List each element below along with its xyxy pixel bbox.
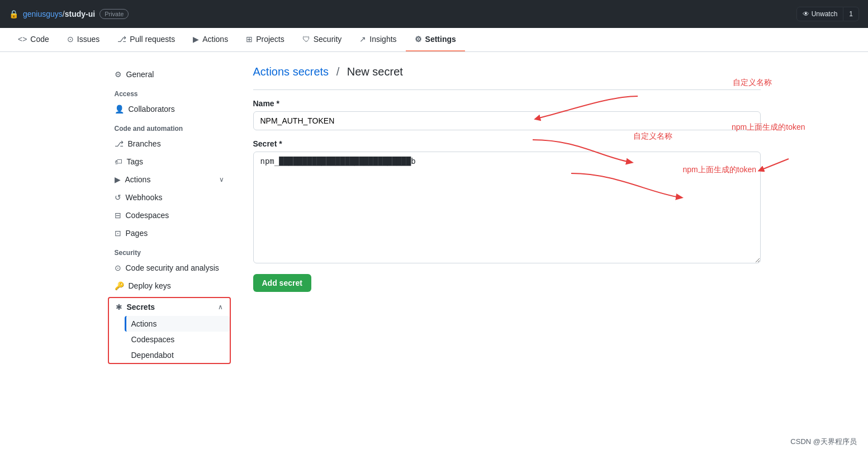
sidebar-section-code-automation: Code and automation bbox=[108, 118, 231, 135]
tab-settings-label: Settings bbox=[425, 35, 456, 44]
branch-icon: ⎇ bbox=[115, 139, 124, 148]
pr-icon: ⎇ bbox=[117, 35, 126, 44]
lock-icon: 🔒 bbox=[9, 10, 18, 18]
secrets-sub-codespaces[interactable]: Codespaces bbox=[125, 332, 230, 347]
collaborators-label: Collaborators bbox=[129, 105, 175, 114]
tag-icon: 🏷 bbox=[115, 157, 122, 166]
codespaces-label: Codespaces bbox=[126, 211, 169, 220]
sidebar-item-tags[interactable]: 🏷 Tags bbox=[108, 153, 231, 171]
sidebar-item-actions-row[interactable]: ▶ Actions ∨ bbox=[108, 171, 231, 188]
secret-textarea[interactable]: npm_████████████████████████████████ bbox=[253, 152, 761, 263]
annotation-1-label: 自定义名称 bbox=[733, 78, 772, 88]
private-badge: Private bbox=[99, 9, 129, 19]
tab-issues[interactable]: ⊙ Issues bbox=[58, 28, 108, 51]
projects-icon: ⊞ bbox=[246, 35, 253, 44]
issues-icon: ⊙ bbox=[67, 35, 74, 44]
breadcrumb-current: New secret bbox=[347, 65, 403, 78]
nav-tabs: <> Code ⊙ Issues ⎇ Pull requests ▶ Actio… bbox=[0, 28, 868, 52]
tab-projects[interactable]: ⊞ Projects bbox=[237, 28, 293, 51]
tab-projects-label: Projects bbox=[256, 35, 284, 44]
code-security-label: Code security and analysis bbox=[126, 263, 219, 272]
tab-code[interactable]: <> Code bbox=[9, 28, 58, 51]
watermark: CSDN @天界程序员 bbox=[790, 437, 857, 447]
sidebar-item-code-security[interactable]: ⊙ Code security and analysis bbox=[108, 259, 231, 277]
breadcrumb: Actions secrets / New secret bbox=[253, 65, 761, 78]
tab-pr-label: Pull requests bbox=[130, 35, 175, 44]
name-input[interactable] bbox=[253, 111, 761, 130]
secrets-label: Secrets bbox=[127, 303, 155, 311]
eye-icon: 👁 bbox=[803, 10, 809, 18]
tab-security-label: Security bbox=[314, 35, 342, 44]
repo-name: study-ui bbox=[65, 10, 95, 18]
key-icon: 🔑 bbox=[115, 281, 124, 290]
security-icon: 🛡 bbox=[302, 35, 310, 44]
actions-play-icon: ▶ bbox=[115, 175, 121, 184]
sidebar: ⚙ General Access 👤 Collaborators Code an… bbox=[108, 65, 231, 435]
code-icon: <> bbox=[18, 35, 27, 44]
sidebar-item-codespaces[interactable]: ⊟ Codespaces bbox=[108, 206, 231, 224]
webhooks-label: Webhooks bbox=[126, 193, 163, 202]
sidebar-item-deploy-keys[interactable]: 🔑 Deploy keys bbox=[108, 277, 231, 295]
pages-icon: ⊡ bbox=[115, 229, 121, 238]
secrets-codespaces-label: Codespaces bbox=[131, 335, 175, 344]
tab-security[interactable]: 🛡 Security bbox=[293, 28, 351, 51]
breadcrumb-separator: / bbox=[336, 65, 340, 78]
branches-label: Branches bbox=[128, 139, 161, 148]
secret-label: Secret * bbox=[253, 139, 761, 148]
secret-field-group: Secret * npm上面生成的token npm_█████████████… bbox=[253, 139, 761, 265]
watch-count-button[interactable]: 1 bbox=[843, 7, 859, 21]
name-field-group: Name * 自定义名称 自定义名称 bbox=[253, 99, 761, 130]
secrets-chevron-up-icon: ∧ bbox=[218, 303, 223, 311]
secrets-sub-items: Actions Codespaces Dependabot bbox=[109, 316, 230, 363]
settings-icon: ⚙ bbox=[415, 35, 422, 44]
actions-icon: ▶ bbox=[193, 35, 199, 44]
codespaces-icon: ⊟ bbox=[115, 211, 121, 220]
tab-issues-label: Issues bbox=[77, 35, 99, 44]
unwatch-button[interactable]: 👁 Unwatch bbox=[796, 7, 844, 21]
secrets-sub-actions[interactable]: Actions bbox=[125, 316, 230, 332]
pages-label: Pages bbox=[126, 229, 148, 238]
secrets-sub-dependabot[interactable]: Dependabot bbox=[125, 347, 230, 363]
actions-sidebar-label: Actions bbox=[125, 175, 151, 184]
main-content: Actions secrets / New secret Name * 自定义名… bbox=[253, 65, 761, 435]
secrets-dependabot-label: Dependabot bbox=[131, 351, 174, 360]
secrets-box: ✱ Secrets ∧ Actions Codespaces Dependabo… bbox=[108, 297, 231, 364]
repo-path: geniusguys/study-ui bbox=[23, 10, 95, 18]
deploy-keys-label: Deploy keys bbox=[129, 281, 171, 290]
add-secret-group: Add secret bbox=[253, 274, 761, 292]
sidebar-section-access: Access bbox=[108, 83, 231, 100]
sidebar-item-pages[interactable]: ⊡ Pages bbox=[108, 224, 231, 242]
name-label: Name * bbox=[253, 99, 761, 108]
actions-chevron-icon: ∨ bbox=[219, 176, 224, 183]
tab-actions-label: Actions bbox=[202, 35, 228, 44]
sidebar-item-webhooks[interactable]: ↺ Webhooks bbox=[108, 188, 231, 206]
tab-pull-requests[interactable]: ⎇ Pull requests bbox=[108, 28, 184, 51]
page-layout: ⚙ General Access 👤 Collaborators Code an… bbox=[99, 52, 770, 448]
unwatch-label: Unwatch bbox=[812, 10, 838, 18]
insights-icon: ↗ bbox=[359, 35, 366, 44]
breadcrumb-link[interactable]: Actions secrets bbox=[253, 65, 329, 78]
repo-owner-link[interactable]: geniusguys bbox=[23, 10, 63, 18]
form-wrapper: Name * 自定义名称 自定义名称 bbox=[253, 99, 761, 292]
tags-label: Tags bbox=[127, 157, 144, 166]
shield-small-icon: ⊙ bbox=[115, 263, 121, 272]
person-icon: 👤 bbox=[115, 105, 124, 114]
sidebar-item-collaborators[interactable]: 👤 Collaborators bbox=[108, 100, 231, 118]
tab-actions[interactable]: ▶ Actions bbox=[184, 28, 237, 51]
secrets-actions-label: Actions bbox=[131, 319, 157, 328]
secrets-header[interactable]: ✱ Secrets ∧ bbox=[109, 298, 230, 316]
sidebar-item-general[interactable]: ⚙ General bbox=[108, 65, 231, 83]
webhook-icon: ↺ bbox=[115, 193, 121, 202]
gear-icon: ⚙ bbox=[115, 70, 122, 79]
sidebar-section-security: Security bbox=[108, 242, 231, 259]
tab-settings[interactable]: ⚙ Settings bbox=[406, 28, 465, 51]
tab-insights-label: Insights bbox=[369, 35, 396, 44]
tab-insights[interactable]: ↗ Insights bbox=[350, 28, 405, 51]
secrets-star-icon: ✱ bbox=[116, 303, 122, 311]
add-secret-button[interactable]: Add secret bbox=[253, 274, 311, 292]
sidebar-item-branches[interactable]: ⎇ Branches bbox=[108, 135, 231, 153]
general-label: General bbox=[126, 70, 154, 79]
tab-code-label: Code bbox=[30, 35, 49, 44]
form-divider bbox=[253, 89, 761, 90]
